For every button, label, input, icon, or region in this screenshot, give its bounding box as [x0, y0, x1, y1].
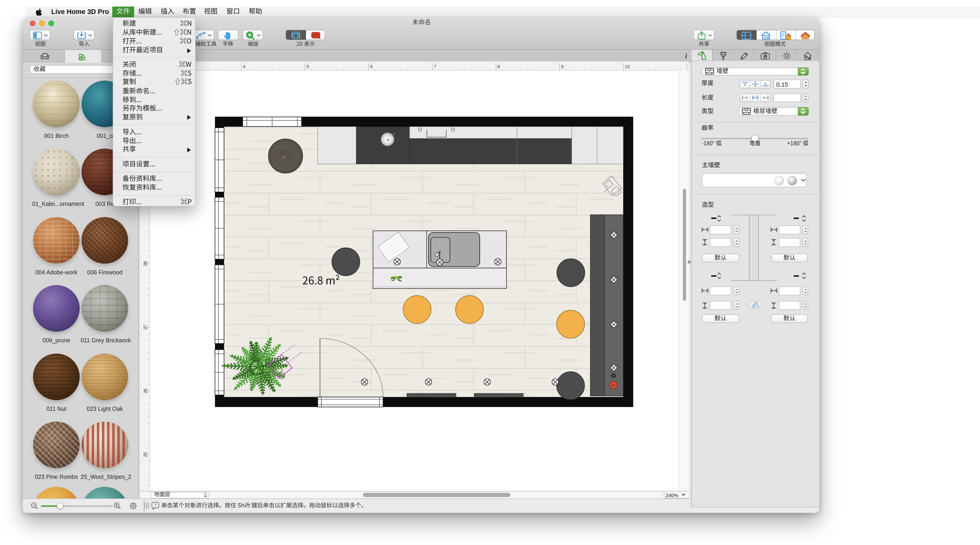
svg-text:25: 25: [143, 452, 148, 457]
svg-text:28: 28: [143, 261, 148, 266]
svg-text:5: 5: [307, 64, 309, 69]
svg-text:26: 26: [143, 388, 148, 393]
svg-text:11: 11: [688, 64, 689, 69]
svg-text:10: 10: [625, 64, 630, 69]
svg-text:6: 6: [370, 64, 372, 69]
svg-text:8: 8: [498, 64, 500, 69]
svg-text:7: 7: [434, 64, 436, 69]
svg-text:9: 9: [561, 64, 563, 69]
svg-text:27: 27: [143, 324, 148, 330]
svg-text:?: ?: [154, 503, 157, 507]
svg-text:4: 4: [243, 64, 245, 69]
